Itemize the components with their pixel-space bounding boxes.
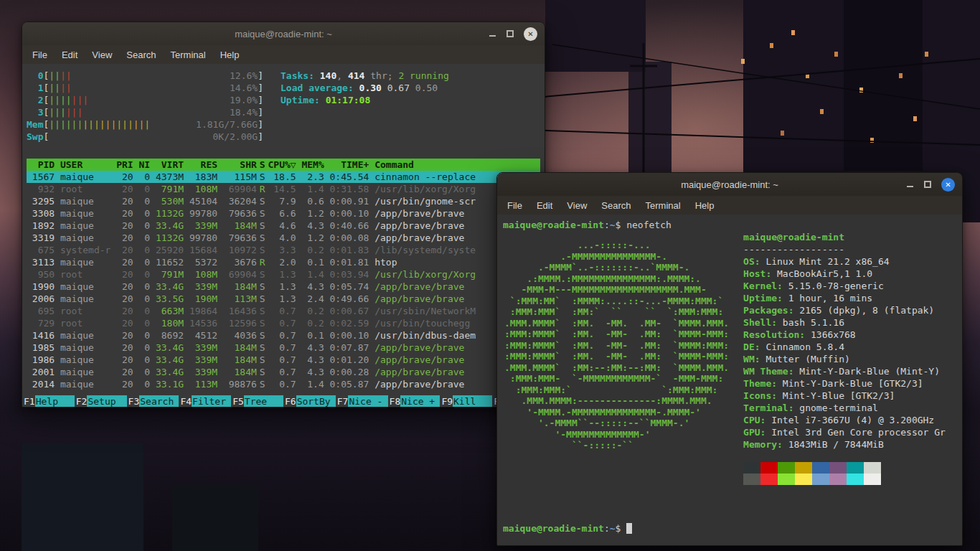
column-header-virt[interactable]: VIRT [150, 159, 184, 171]
process-row-1416[interactable]: 1416maique200869245124036S0.70.10:00.10/… [27, 329, 540, 342]
info-host-title: maique@roadie-mint [743, 231, 946, 243]
maximize-button[interactable] [924, 181, 931, 188]
system-info: maique@roadie-mint ------------------ OS… [743, 231, 946, 485]
neofetch-titlebar[interactable]: maique@roadie-mint: ~ ✕ [497, 173, 962, 196]
palette-swatch [829, 474, 847, 485]
fkey-f8[interactable]: F8Nice + [388, 395, 440, 408]
palette-swatch [812, 474, 829, 485]
column-header-mem[interactable]: MEM% [296, 159, 324, 171]
info-de: DE: Cinnamon 5.8.4 [743, 341, 946, 353]
function-key-bar: F1HelpF2SetupF3SearchF4FilterF5TreeF6Sor… [22, 395, 545, 408]
info-wm-theme: WM Theme: Mint-Y-Dark-Blue (Mint-Y) [743, 365, 946, 377]
column-header-cpu[interactable]: CPU%▽ [268, 159, 296, 171]
menu-help[interactable]: Help [689, 198, 721, 213]
load-average-line: Load average: 0.30 0.67 0.50 [281, 82, 449, 94]
column-header-pri[interactable]: PRI [110, 159, 133, 171]
column-header-shr[interactable]: SHR [217, 159, 257, 171]
window-title: maique@roadie-mint: ~ [235, 29, 332, 39]
menu-view[interactable]: View [560, 198, 593, 213]
process-row-932[interactable]: 932root200791M108M69904R14.51.40:31.58/u… [27, 183, 540, 195]
fkey-f5[interactable]: F5Tree [231, 395, 283, 408]
menu-search[interactable]: Search [120, 47, 162, 62]
window-title: maique@roadie-mint: ~ [681, 179, 778, 190]
process-row-3113[interactable]: 3113maique2001165253723676R2.00.10:01.81… [27, 256, 540, 268]
column-header-res[interactable]: RES [184, 159, 217, 171]
palette-swatch [795, 474, 812, 485]
palette-swatch [743, 474, 760, 485]
info-cpu: CPU: Intel i7-3667U (4) @ 3.200GHz [743, 414, 946, 426]
process-row-3319[interactable]: 3319maique2001132G9978079636S4.01.20:00.… [27, 232, 540, 244]
info-resolution: Resolution: 980x551 [743, 329, 946, 341]
process-table-header: PIDUSERPRINIVIRTRESSHRSCPU%▽MEM%TIME+Com… [27, 159, 540, 171]
fkey-f2[interactable]: F2Setup [75, 395, 127, 408]
column-header-s[interactable]: S [257, 159, 268, 171]
menu-edit[interactable]: Edit [55, 47, 84, 62]
menu-view[interactable]: View [85, 47, 118, 62]
terminal-color-palette [743, 462, 946, 474]
neofetch-terminal: maique@roadie-mint:~$ neofetch ...-:::::… [497, 215, 962, 546]
menu-help[interactable]: Help [214, 47, 246, 62]
column-header-user[interactable]: USER [55, 159, 110, 171]
htop-titlebar[interactable]: maique@roadie-mint: ~ ✕ [22, 22, 545, 45]
menu-edit[interactable]: Edit [530, 198, 559, 213]
palette-swatch [829, 462, 847, 474]
htop-terminal: 0[||||12.6%]1[||||14.6%]2[|||||||19.0%]3… [22, 64, 545, 408]
menu-terminal[interactable]: Terminal [639, 198, 687, 213]
neofetch-menubar: FileEditViewSearchTerminalHelp [497, 196, 962, 215]
terminal-cursor [626, 523, 632, 534]
fkey-f9[interactable]: F9Kill [440, 395, 492, 408]
process-row-675[interactable]: 675systemd-r200259201568410972S3.30.20:0… [27, 244, 540, 256]
process-row-2014[interactable]: 2014maique20033.1G113M98876S0.71.40:05.8… [27, 378, 540, 390]
menu-search[interactable]: Search [595, 198, 637, 213]
palette-swatch [778, 462, 795, 474]
window-htop: maique@roadie-mint: ~ ✕ FileEditViewSear… [22, 22, 545, 408]
column-header-command[interactable]: Command [369, 159, 540, 171]
minimize-button[interactable] [489, 30, 496, 38]
meter-swp: Swp[0K/2.00G] [27, 131, 263, 143]
column-header-time[interactable]: TIME+ [324, 159, 369, 171]
palette-swatch [743, 462, 760, 474]
menu-file[interactable]: File [501, 198, 529, 213]
process-row-1990[interactable]: 1990maique20033.4G339M184MS1.34.30:05.74… [27, 281, 540, 293]
mint-ascii-logo: ...-:::::-... .-MMMMMMMMMMMMMMM-. .-MMMM… [504, 240, 729, 485]
menu-file[interactable]: File [26, 47, 54, 62]
process-row-3295[interactable]: 3295maique200530M4510436204S7.90.60:00.9… [27, 195, 540, 207]
info-wm: WM: Mutter (Muffin) [743, 353, 946, 365]
column-header-pid[interactable]: PID [27, 159, 55, 171]
process-row-1892[interactable]: 1892maique20033.4G339M184MS4.64.30:40.66… [27, 220, 540, 232]
process-row-950[interactable]: 950root200791M108M69904S1.31.40:03.94/us… [27, 268, 540, 281]
htop-status: Tasks: 140, 414 thr; 2 runningLoad avera… [281, 70, 449, 143]
close-button[interactable]: ✕ [524, 27, 537, 41]
fkey-f1[interactable]: F1Help [22, 395, 75, 408]
process-row-3308[interactable]: 3308maique2001132G9978079636S6.61.20:00.… [27, 207, 540, 220]
info-memory: Memory: 1843MiB / 7844MiB [743, 438, 946, 451]
info-theme: Theme: Mint-Y-Dark-Blue [GTK2/3] [743, 377, 946, 390]
info-separator: ------------------ [743, 243, 946, 255]
process-rows: 1567maique2004373M183M115MS18.52.30:45.5… [27, 171, 540, 390]
palette-swatch [864, 474, 881, 485]
fkey-f6[interactable]: F6SortBy [283, 395, 336, 408]
meter-2: 2[|||||||19.0%] [27, 94, 263, 106]
terminal-color-palette-bright [743, 474, 946, 485]
info-host: Host: MacBookAir5,1 1.0 [743, 268, 946, 280]
process-row-1567[interactable]: 1567maique2004373M183M115MS18.52.30:45.5… [27, 171, 540, 183]
process-row-2006[interactable]: 2006maique20033.5G190M113MS1.32.40:49.66… [27, 293, 540, 305]
fkey-f7[interactable]: F7Nice - [336, 395, 388, 408]
process-row-1986[interactable]: 1986maique20033.4G339M184MS0.74.30:01.20… [27, 354, 540, 366]
process-row-729[interactable]: 729root200180M1453612596S0.70.20:02.59/u… [27, 317, 540, 329]
fkey-f4[interactable]: F4Filter [179, 395, 231, 408]
info-shell: Shell: bash 5.1.16 [743, 316, 946, 329]
process-row-1985[interactable]: 1985maique20033.4G339M184MS0.74.30:07.87… [27, 342, 540, 354]
process-row-695[interactable]: 695root200663M1986416436S0.70.20:00.67/u… [27, 305, 540, 317]
process-table: PIDUSERPRINIVIRTRESSHRSCPU%▽MEM%TIME+Com… [27, 159, 540, 390]
process-row-2001[interactable]: 2001maique20033.4G339M184MS0.74.30:00.28… [27, 366, 540, 378]
palette-swatch [760, 462, 778, 474]
maximize-button[interactable] [507, 30, 514, 37]
fkey-f3[interactable]: F3Search [127, 395, 179, 408]
minimize-button[interactable] [906, 181, 914, 189]
menu-terminal[interactable]: Terminal [164, 47, 212, 62]
meter-0: 0[||||12.6%] [27, 70, 263, 82]
info-icons: Icons: Mint-Y-Blue [GTK2/3] [743, 390, 946, 402]
close-button[interactable]: ✕ [941, 178, 955, 192]
column-header-ni[interactable]: NI [133, 159, 150, 171]
